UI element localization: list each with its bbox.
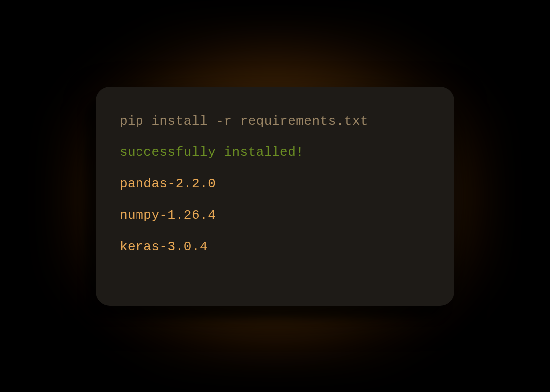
status-line: successfully installed!: [120, 143, 430, 162]
terminal-container: pip install -r requirements.txt successf…: [96, 87, 454, 306]
terminal-window: pip install -r requirements.txt successf…: [96, 87, 454, 306]
command-line: pip install -r requirements.txt: [120, 112, 430, 131]
package-line: pandas-2.2.0: [120, 174, 430, 194]
package-line: keras-3.0.4: [120, 237, 430, 257]
package-line: numpy-1.26.4: [120, 206, 430, 225]
